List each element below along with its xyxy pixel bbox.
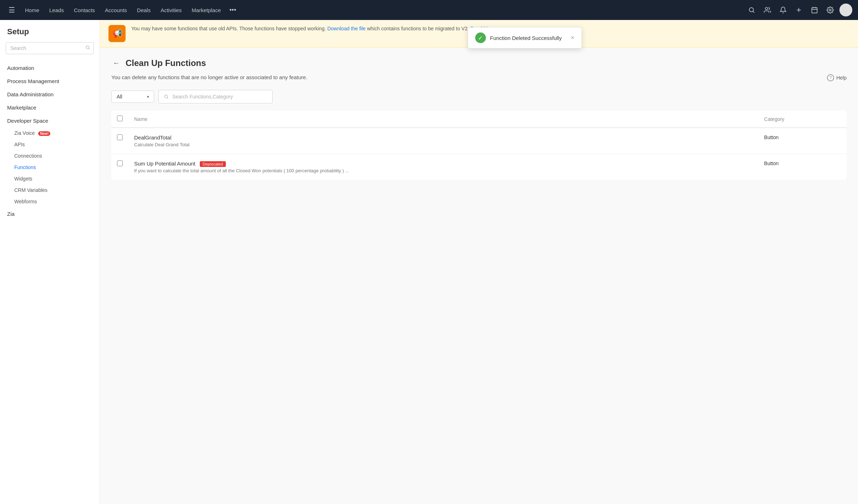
sidebar-item-marketplace[interactable]: Marketplace <box>0 101 100 114</box>
toast-notification: ✓ Function Deleted Successfully × <box>468 27 582 49</box>
sidebar: Setup Automation Process Management Data… <box>0 20 100 504</box>
help-button[interactable]: ? Help <box>827 74 847 81</box>
hamburger-menu-icon[interactable]: ☰ <box>6 3 18 17</box>
row2-name-cell: Sum Up Potential Amount Deprecated If yo… <box>128 154 758 180</box>
row2-checkbox[interactable] <box>117 161 123 166</box>
top-navigation: ☰ Home Leads Contacts Accounts Deals Act… <box>0 0 858 20</box>
download-file-link[interactable]: Download the file <box>327 26 365 31</box>
sidebar-item-zia-voice[interactable]: Zia Voice New! <box>0 127 100 139</box>
table-row: DealGrandTotal Calculate Deal Grand Tota… <box>111 128 847 154</box>
svg-line-11 <box>89 49 90 50</box>
row2-name-text: Sum Up Potential Amount <box>134 161 196 167</box>
sidebar-item-crm-variables[interactable]: CRM Variables <box>0 184 100 196</box>
contacts-nav-button[interactable] <box>761 4 774 16</box>
nav-actions <box>745 4 852 16</box>
row2-checkbox-cell <box>111 154 128 180</box>
banner-text: You may have some functions that use old… <box>131 25 495 32</box>
sidebar-item-widgets[interactable]: Widgets <box>0 173 100 184</box>
zia-voice-label: Zia Voice <box>14 130 35 136</box>
sidebar-item-automation[interactable]: Automation <box>0 61 100 75</box>
svg-point-2 <box>765 7 768 10</box>
add-button[interactable] <box>792 4 805 16</box>
nav-activities[interactable]: Activities <box>156 4 186 16</box>
nav-links: Home Leads Contacts Accounts Deals Activ… <box>21 4 745 17</box>
row1-function-name: DealGrandTotal <box>134 134 753 141</box>
settings-button[interactable] <box>824 4 837 16</box>
category-filter-wrapper: All Button Workflow Scheduled Custom <box>111 91 154 103</box>
sidebar-item-webforms[interactable]: Webforms <box>0 196 100 207</box>
notifications-button[interactable] <box>777 4 790 16</box>
nav-contacts[interactable]: Contacts <box>70 4 99 16</box>
nav-home[interactable]: Home <box>21 4 44 16</box>
sidebar-item-functions[interactable]: Functions <box>0 162 100 173</box>
toast-close-button[interactable]: × <box>571 35 574 41</box>
row1-name-cell: DealGrandTotal Calculate Deal Grand Tota… <box>128 128 758 154</box>
sidebar-item-data-administration[interactable]: Data Administration <box>0 88 100 101</box>
sidebar-search-container <box>6 42 94 54</box>
select-all-checkbox[interactable] <box>117 116 123 121</box>
sidebar-search-icon <box>85 45 90 51</box>
help-label: Help <box>836 75 847 81</box>
page-description: You can delete any functions that are no… <box>111 74 308 80</box>
new-badge: New! <box>38 131 50 136</box>
nav-deals[interactable]: Deals <box>133 4 155 16</box>
page-description-row: You can delete any functions that are no… <box>111 74 847 81</box>
user-avatar[interactable] <box>839 4 852 16</box>
category-filter-select[interactable]: All Button Workflow Scheduled Custom <box>111 91 154 103</box>
row1-checkbox-cell <box>111 128 128 154</box>
sidebar-item-process-management[interactable]: Process Management <box>0 75 100 88</box>
svg-point-12 <box>164 95 167 98</box>
page-title: Clean Up Functions <box>126 58 206 68</box>
row2-function-desc: If you want to calculate the total amoun… <box>134 168 753 173</box>
app-body: Setup Automation Process Management Data… <box>0 20 858 504</box>
banner-icon: 📢 <box>108 25 126 42</box>
banner-text-middle: You may have some functions that use old… <box>131 26 326 31</box>
info-banner: 📢 You may have some functions that use o… <box>100 20 858 47</box>
main-content: 📢 You may have some functions that use o… <box>100 20 858 504</box>
row1-category-cell: Button <box>758 128 847 154</box>
table-header-row: Name Category <box>111 111 847 128</box>
sidebar-item-zia[interactable]: Zia <box>0 207 100 220</box>
row1-checkbox[interactable] <box>117 134 123 140</box>
svg-line-13 <box>167 98 168 99</box>
function-search-icon <box>164 94 169 99</box>
row2-function-name: Sum Up Potential Amount Deprecated <box>134 161 753 167</box>
sidebar-item-connections[interactable]: Connections <box>0 150 100 162</box>
deprecated-badge: Deprecated <box>200 161 226 167</box>
table-header: Name Category <box>111 111 847 128</box>
sidebar-search-input[interactable] <box>6 42 94 54</box>
svg-point-10 <box>86 46 89 49</box>
row2-category-cell: Button <box>758 154 847 180</box>
calendar-button[interactable] <box>808 4 821 16</box>
nav-leads[interactable]: Leads <box>45 4 68 16</box>
search-nav-button[interactable] <box>745 4 758 16</box>
filters-row: All Button Workflow Scheduled Custom <box>111 90 847 103</box>
page-content-area: ← Clean Up Functions You can delete any … <box>100 47 858 190</box>
megaphone-icon: 📢 <box>112 29 122 38</box>
toast-message: Function Deleted Successfully <box>490 35 562 41</box>
function-search-container <box>158 90 273 103</box>
row1-function-desc: Calculate Deal Grand Total <box>134 142 753 147</box>
col-category-header: Category <box>758 111 847 128</box>
page-header: ← Clean Up Functions <box>111 57 847 68</box>
svg-line-1 <box>753 11 755 13</box>
sidebar-title: Setup <box>0 27 100 42</box>
back-button[interactable]: ← <box>111 57 121 68</box>
col-name-header: Name <box>128 111 758 128</box>
toast-check-icon: ✓ <box>475 32 486 43</box>
help-circle-icon: ? <box>827 74 834 81</box>
svg-point-0 <box>749 7 753 12</box>
select-all-cell <box>111 111 128 128</box>
table-row: Sum Up Potential Amount Deprecated If yo… <box>111 154 847 180</box>
nav-more-icon[interactable]: ••• <box>227 4 239 17</box>
functions-table: Name Category DealGrandTotal Calculate D… <box>111 111 847 180</box>
sidebar-item-apis[interactable]: APIs <box>0 139 100 150</box>
nav-marketplace[interactable]: Marketplace <box>187 4 225 16</box>
nav-accounts[interactable]: Accounts <box>101 4 131 16</box>
table-body: DealGrandTotal Calculate Deal Grand Tota… <box>111 128 847 180</box>
svg-point-9 <box>829 9 831 11</box>
function-search-input[interactable] <box>172 90 267 103</box>
svg-rect-5 <box>812 7 817 13</box>
sidebar-item-developer-space[interactable]: Developer Space <box>0 114 100 127</box>
